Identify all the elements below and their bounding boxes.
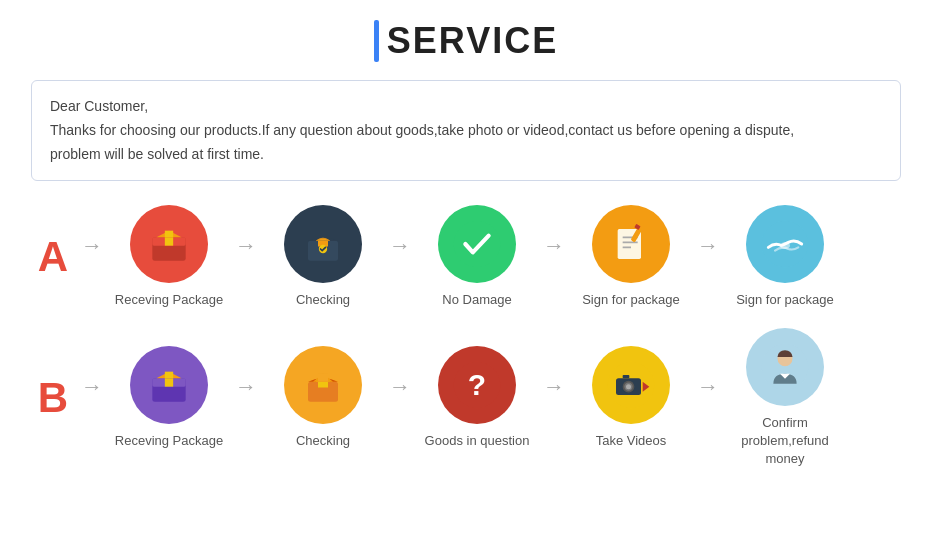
svg-rect-2: [165, 238, 173, 246]
flow-item-b1: Receving Package: [109, 346, 229, 450]
flow-item-b4-label: Take Videos: [596, 432, 667, 450]
flow-item-a1: Receving Package: [109, 205, 229, 309]
icon-camera-yellow: [592, 346, 670, 424]
svg-rect-25: [318, 373, 328, 381]
icon-handshake-teal: [746, 205, 824, 283]
svg-rect-33: [623, 375, 630, 378]
arrow-b4: →: [697, 374, 719, 422]
flow-item-a2: Checking: [263, 205, 383, 309]
svg-rect-4: [165, 231, 173, 238]
flow-label-b: B: [31, 374, 75, 422]
icon-checkmark-green: [438, 205, 516, 283]
arrow-a0: →: [81, 233, 103, 281]
svg-point-8: [454, 221, 501, 268]
flow-row-a: A → Receving Package →: [31, 205, 901, 309]
icon-box-purple: [130, 346, 208, 424]
flow-item-b2: Checking: [263, 346, 383, 450]
flow-item-b3-label: Goods in question: [425, 432, 530, 450]
svg-point-16: [780, 243, 790, 250]
icon-question-red: ?: [438, 346, 516, 424]
arrow-b2: →: [389, 374, 411, 422]
flow-item-b5-label: Confirm problem,refund money: [730, 414, 840, 469]
icon-sign-orange: [592, 205, 670, 283]
notice-box: Dear Customer, Thanks for choosing our p…: [31, 80, 901, 181]
flow-item-a5-label: Sign for package: [736, 291, 834, 309]
flow-item-a2-label: Checking: [296, 291, 350, 309]
page-title: SERVICE: [387, 20, 558, 62]
icon-person-lightblue: [746, 328, 824, 406]
flow-item-a5: Sign for package: [725, 205, 845, 309]
flow-item-b4: Take Videos: [571, 346, 691, 450]
flow-label-a: A: [31, 233, 75, 281]
arrow-a1: →: [235, 233, 257, 281]
flow-item-a1-label: Receving Package: [115, 291, 223, 309]
svg-rect-21: [165, 371, 173, 378]
flow-item-b5: Confirm problem,refund money: [725, 328, 845, 469]
notice-line2: Thanks for choosing our products.If any …: [50, 119, 882, 143]
flow-item-b2-label: Checking: [296, 432, 350, 450]
icon-box-orange: [284, 346, 362, 424]
flow-item-a3: No Damage: [417, 205, 537, 309]
svg-text:?: ?: [468, 368, 486, 401]
flow-item-b3: ? Goods in question: [417, 346, 537, 450]
title-accent-bar: [374, 20, 379, 62]
svg-rect-23: [318, 381, 328, 387]
arrow-a2: →: [389, 233, 411, 281]
icon-box-dark: [284, 205, 362, 283]
flow-item-a4-label: Sign for package: [582, 291, 680, 309]
arrow-a4: →: [697, 233, 719, 281]
icon-box-red: [130, 205, 208, 283]
arrow-b3: →: [543, 374, 565, 422]
arrow-a3: →: [543, 233, 565, 281]
flow-item-a4: Sign for package: [571, 205, 691, 309]
flow-section-b: B → Receving Package →: [31, 328, 901, 469]
notice-line1: Dear Customer,: [50, 95, 882, 119]
arrow-b1: →: [235, 374, 257, 422]
svg-point-32: [626, 384, 631, 389]
notice-line3: problem will be solved at first time.: [50, 143, 882, 167]
arrow-b0: →: [81, 374, 103, 422]
flow-item-a3-label: No Damage: [442, 291, 511, 309]
svg-rect-19: [165, 378, 173, 386]
page-title-section: SERVICE: [374, 20, 558, 62]
flow-item-b1-label: Receving Package: [115, 432, 223, 450]
flow-row-b: B → Receving Package →: [31, 328, 901, 469]
flow-section-a: A → Receving Package →: [31, 205, 901, 309]
